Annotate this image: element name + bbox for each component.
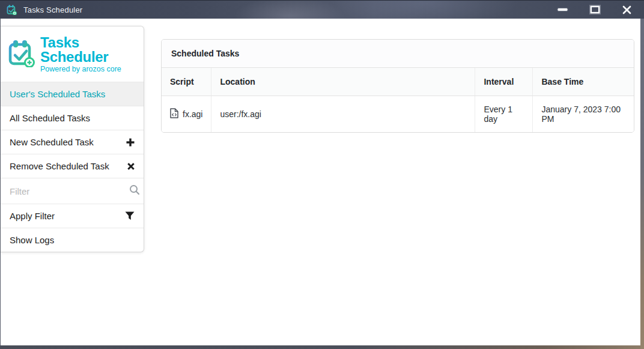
column-header-interval: Interval [475, 68, 533, 96]
sidebar-item-label: New Scheduled Task [10, 137, 94, 147]
minimize-button[interactable] [555, 4, 571, 16]
app-logo: Tasks Scheduler Powered by arozos core [1, 26, 144, 82]
minimize-icon [557, 7, 569, 13]
window-controls [555, 4, 644, 16]
logo-title: Tasks Scheduler [40, 35, 136, 64]
window-content: Tasks Scheduler Powered by arozos core U… [1, 19, 640, 345]
scheduled-tasks-table: Script Location Interval Base Time [162, 68, 634, 132]
sidebar-item-users-scheduled-tasks[interactable]: User's Scheduled Tasks [1, 82, 144, 106]
filter-input[interactable] [10, 186, 129, 196]
script-name: fx.agi [183, 109, 202, 119]
file-code-icon [170, 108, 178, 120]
sidebar-item-remove-scheduled-task[interactable]: Remove Scheduled Task [1, 154, 144, 178]
sidebar-item-label: All Scheduled Tasks [10, 113, 90, 123]
cell-script: fx.agi [162, 96, 211, 133]
cell-base-time: January 7, 2023 7:00 PM [533, 96, 634, 133]
close-button[interactable] [619, 4, 634, 16]
sidebar-item-label: User's Scheduled Tasks [10, 89, 105, 99]
maximize-button[interactable] [587, 4, 603, 16]
column-header-location: Location [211, 68, 475, 96]
sidebar-item-show-logs[interactable]: Show Logs [1, 228, 144, 252]
close-icon [622, 5, 631, 14]
column-header-script: Script [162, 68, 211, 96]
table-header-row: Script Location Interval Base Time [162, 68, 634, 96]
table-row[interactable]: fx.agi user:/fx.agi Every 1 day January … [162, 96, 634, 133]
maximize-icon [589, 5, 601, 14]
sidebar-item-label: Remove Scheduled Task [10, 161, 109, 171]
sidebar-item-all-scheduled-tasks[interactable]: All Scheduled Tasks [1, 106, 144, 130]
filter-input-row [1, 178, 144, 204]
cross-icon [127, 163, 135, 170]
sidebar-item-new-scheduled-task[interactable]: New Scheduled Task [1, 130, 144, 154]
cell-interval: Every 1 day [475, 96, 533, 133]
calendar-check-plus-icon [8, 40, 35, 70]
sidebar-item-apply-filter[interactable]: Apply Filter [1, 204, 144, 228]
scheduled-tasks-panel: Scheduled Tasks Script Location Interval… [161, 39, 634, 133]
logo-subtitle: Powered by arozos core [40, 65, 136, 73]
window-title: Tasks Scheduler [23, 5, 82, 14]
funnel-icon [125, 211, 135, 220]
search-icon [129, 184, 140, 198]
calendar-check-icon [7, 5, 17, 15]
sidebar-item-label: Show Logs [10, 235, 54, 245]
window-border-bottom [0, 345, 640, 349]
plus-icon [126, 138, 135, 147]
panel-title: Scheduled Tasks [162, 40, 634, 68]
titlebar: Tasks Scheduler [0, 0, 644, 19]
column-header-base-time: Base Time [533, 68, 634, 96]
sidebar-item-label: Apply Filter [10, 211, 55, 221]
window-border-right [640, 19, 644, 349]
sidebar-menu: User's Scheduled Tasks All Scheduled Tas… [1, 82, 144, 252]
cell-location: user:/fx.agi [211, 96, 475, 133]
sidebar: Tasks Scheduler Powered by arozos core U… [1, 26, 144, 252]
